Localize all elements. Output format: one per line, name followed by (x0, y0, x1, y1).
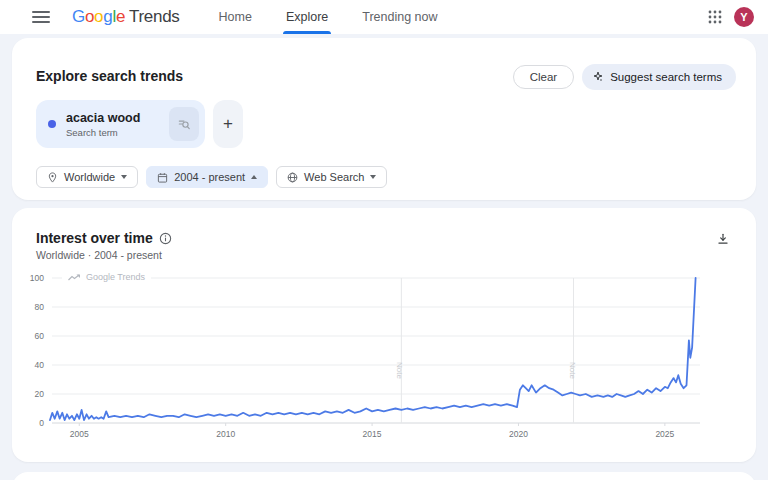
x-tick-label: 2020 (509, 429, 528, 439)
google-trends-logo[interactable]: Google Trends (72, 7, 180, 27)
info-icon[interactable] (159, 232, 172, 245)
list-search-icon (177, 117, 191, 131)
x-tick-label: 2010 (216, 429, 235, 439)
y-tick-label: 100 (30, 273, 44, 283)
trends-logo-text: Trends (129, 7, 179, 27)
google-logo-text: Google (72, 7, 125, 27)
tab-explore[interactable]: Explore (269, 0, 345, 34)
page-title: Explore search trends (36, 68, 183, 84)
explore-card: Explore search trends Clear Suggest sear… (12, 38, 756, 200)
logo-letter: e (116, 7, 125, 26)
note-label: Note (568, 362, 577, 379)
download-button[interactable] (716, 232, 730, 250)
location-pin-icon (47, 172, 58, 183)
filter-2004-present[interactable]: 2004 - present (146, 166, 268, 188)
y-tick-label: 40 (35, 360, 45, 370)
search-term-type-label: Search term (66, 127, 169, 138)
logo-letter: o (85, 7, 94, 26)
chevron-down-icon (370, 175, 376, 179)
clear-button[interactable]: Clear (513, 65, 574, 89)
filter-label: Web Search (304, 171, 364, 183)
watermark-label: Google Trends (86, 272, 145, 282)
add-comparison-term-button[interactable]: + (213, 100, 243, 148)
tab-home[interactable]: Home (202, 0, 269, 34)
tab-label: Explore (286, 10, 328, 24)
filter-label: Worldwide (64, 171, 115, 183)
y-tick-label: 80 (35, 302, 45, 312)
google-trends-watermark: Google Trends (62, 272, 151, 282)
hamburger-menu-icon[interactable] (32, 11, 50, 23)
filter-web-search[interactable]: Web Search (276, 166, 387, 188)
topbar: Google Trends HomeExploreTrending now Y (0, 0, 768, 34)
filter-worldwide[interactable]: Worldwide (36, 166, 138, 188)
interest-over-time-chart[interactable]: 02040608010020052010201520202025NoteNote (12, 208, 756, 462)
active-tab-underline (283, 31, 331, 34)
y-tick-label: 0 (39, 418, 44, 428)
x-tick-label: 2005 (70, 429, 89, 439)
trending-up-icon (68, 273, 81, 282)
chevron-up-icon (251, 175, 257, 179)
series-color-dot (48, 120, 56, 128)
x-tick-label: 2015 (363, 429, 382, 439)
filter-label: 2004 - present (174, 171, 245, 183)
avatar[interactable]: Y (734, 7, 754, 27)
logo-letter: G (72, 7, 85, 26)
y-tick-label: 20 (35, 389, 45, 399)
trend-line-acacia-wood (50, 278, 696, 420)
calendar-icon (157, 172, 168, 183)
filter-bar: Worldwide2004 - presentWeb Search (36, 166, 387, 188)
chevron-down-icon (121, 175, 127, 179)
suggest-button-label: Suggest search terms (610, 71, 722, 83)
note-label: Note (395, 362, 404, 379)
chart-subtitle: Worldwide · 2004 - present (36, 249, 162, 261)
y-tick-label: 60 (35, 331, 45, 341)
x-tick-label: 2025 (655, 429, 674, 439)
edit-search-term-button[interactable] (169, 107, 199, 141)
interest-over-time-card: 02040608010020052010201520202025NoteNote… (12, 208, 756, 462)
search-term-chip[interactable]: acacia wood Search term (36, 100, 205, 148)
chart-title: Interest over time (36, 230, 153, 246)
tab-label: Home (219, 10, 252, 24)
download-icon (716, 232, 730, 246)
suggest-search-terms-button[interactable]: Suggest search terms (582, 64, 736, 90)
next-section-card (12, 472, 756, 480)
sparkle-icon (592, 71, 604, 83)
search-term-name: acacia wood (66, 111, 169, 125)
logo-letter: o (94, 7, 103, 26)
tab-trending-now[interactable]: Trending now (345, 0, 454, 34)
globe-icon (287, 172, 298, 183)
apps-grid-icon[interactable] (708, 10, 722, 24)
tab-label: Trending now (362, 10, 437, 24)
main-nav: HomeExploreTrending now (202, 0, 455, 34)
